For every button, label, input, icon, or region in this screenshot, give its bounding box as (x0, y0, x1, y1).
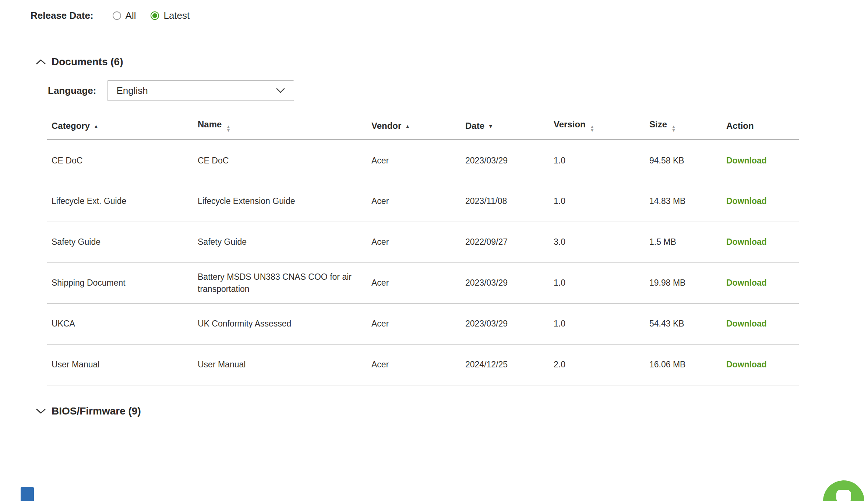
download-link[interactable]: Download (726, 196, 767, 206)
documents-table: Category▲ Name▲▼ Vendor▲ Date▼ Version▲▼… (47, 113, 799, 385)
cell-size: 54.43 KB (645, 303, 722, 344)
download-link[interactable]: Download (726, 319, 767, 328)
table-row: Safety Guide Safety Guide Acer 2022/09/2… (47, 222, 799, 262)
radio-all-icon[interactable] (113, 11, 121, 20)
cell-name: Safety Guide (193, 222, 367, 262)
chevron-down-icon (276, 88, 285, 93)
radio-latest-label: Latest (163, 10, 190, 21)
sort-asc-icon[interactable]: ▲ (405, 123, 410, 129)
column-header-vendor[interactable]: Vendor▲ (367, 113, 461, 140)
cell-name: User Manual (193, 344, 367, 385)
download-link[interactable]: Download (726, 156, 767, 165)
column-header-category[interactable]: Category▲ (47, 113, 193, 140)
column-header-action: Action (722, 113, 799, 140)
download-link[interactable]: Download (726, 278, 767, 287)
release-date-filter: Release Date: All Latest (31, 8, 868, 23)
cell-version: 1.0 (549, 140, 645, 181)
radio-all-label: All (126, 10, 136, 21)
chat-icon (836, 490, 851, 501)
language-select-value: English (116, 85, 148, 96)
language-row: Language: English (48, 80, 868, 101)
bios-section-header[interactable]: BIOS/Firmware (9) (36, 404, 868, 419)
cell-vendor: Acer (367, 262, 461, 303)
cell-version: 1.0 (549, 262, 645, 303)
cell-version: 1.0 (549, 303, 645, 344)
column-header-name[interactable]: Name▲▼ (193, 113, 367, 140)
cell-date: 2023/03/29 (461, 140, 549, 181)
documents-section-title: Documents (6) (52, 56, 123, 68)
cell-date: 2023/11/08 (461, 181, 549, 222)
table-row: Shipping Document Battery MSDS UN383 CNA… (47, 262, 799, 303)
bios-section-title: BIOS/Firmware (9) (52, 405, 141, 417)
chat-bubble-button[interactable] (823, 480, 864, 501)
sort-both-icon[interactable]: ▲▼ (226, 125, 230, 132)
cell-date: 2024/12/25 (461, 344, 549, 385)
language-label: Language: (48, 85, 96, 96)
column-header-date[interactable]: Date▼ (461, 113, 549, 140)
radio-latest-icon[interactable] (151, 11, 159, 20)
cell-vendor: Acer (367, 303, 461, 344)
partial-bottom-left-element[interactable] (21, 487, 34, 501)
cell-version: 2.0 (549, 344, 645, 385)
release-date-label: Release Date: (31, 10, 93, 21)
cell-name: UK Conformity Assessed (193, 303, 367, 344)
sort-both-icon[interactable]: ▲▼ (590, 125, 594, 132)
table-row: UKCA UK Conformity Assessed Acer 2023/03… (47, 303, 799, 344)
cell-category: Shipping Document (47, 262, 193, 303)
cell-vendor: Acer (367, 181, 461, 222)
chevron-up-icon (36, 59, 46, 65)
sort-asc-icon[interactable]: ▲ (93, 123, 99, 129)
download-link[interactable]: Download (726, 237, 767, 247)
cell-date: 2022/09/27 (461, 222, 549, 262)
cell-vendor: Acer (367, 222, 461, 262)
download-link[interactable]: Download (726, 360, 767, 369)
cell-category: Safety Guide (47, 222, 193, 262)
cell-name: Battery MSDS UN383 CNAS COO for air tran… (193, 262, 367, 303)
cell-size: 16.06 MB (645, 344, 722, 385)
table-row: User Manual User Manual Acer 2024/12/25 … (47, 344, 799, 385)
documents-section-header[interactable]: Documents (6) (36, 54, 868, 69)
cell-name: CE DoC (193, 140, 367, 181)
sort-both-icon[interactable]: ▲▼ (671, 125, 676, 132)
cell-version: 3.0 (549, 222, 645, 262)
table-row: CE DoC CE DoC Acer 2023/03/29 1.0 94.58 … (47, 140, 799, 181)
cell-date: 2023/03/29 (461, 303, 549, 344)
support-downloads-page: Release Date: All Latest Documents (6) L… (0, 0, 868, 501)
table-header-row: Category▲ Name▲▼ Vendor▲ Date▼ Version▲▼… (47, 113, 799, 140)
cell-category: CE DoC (47, 140, 193, 181)
language-select[interactable]: English (107, 80, 294, 101)
cell-size: 19.98 MB (645, 262, 722, 303)
cell-size: 94.58 KB (645, 140, 722, 181)
table-row: Lifecycle Ext. Guide Lifecycle Extension… (47, 181, 799, 222)
cell-name: Lifecycle Extension Guide (193, 181, 367, 222)
radio-option-all[interactable]: All (113, 10, 136, 21)
cell-vendor: Acer (367, 140, 461, 181)
sort-desc-icon[interactable]: ▼ (488, 123, 493, 129)
radio-option-latest[interactable]: Latest (151, 10, 190, 21)
cell-size: 14.83 MB (645, 181, 722, 222)
column-header-version[interactable]: Version▲▼ (549, 113, 645, 140)
cell-date: 2023/03/29 (461, 262, 549, 303)
chevron-down-icon (36, 408, 46, 414)
cell-category: Lifecycle Ext. Guide (47, 181, 193, 222)
cell-vendor: Acer (367, 344, 461, 385)
cell-version: 1.0 (549, 181, 645, 222)
cell-category: UKCA (47, 303, 193, 344)
column-header-size[interactable]: Size▲▼ (645, 113, 722, 140)
cell-category: User Manual (47, 344, 193, 385)
cell-size: 1.5 MB (645, 222, 722, 262)
